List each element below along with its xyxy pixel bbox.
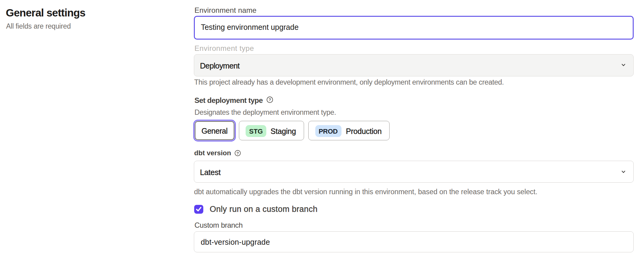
svg-text:?: ?	[236, 151, 239, 156]
svg-text:?: ?	[268, 97, 271, 102]
